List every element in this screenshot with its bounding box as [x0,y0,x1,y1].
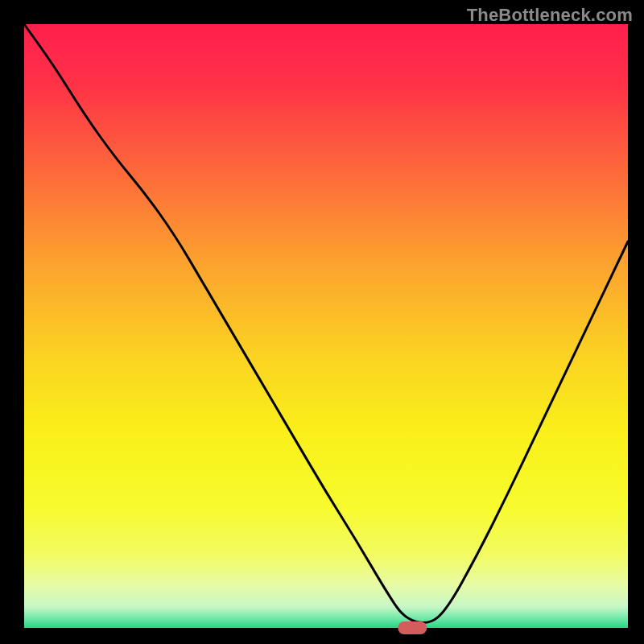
chart-frame: { "watermark": "TheBottleneck.com", "plo… [0,0,644,644]
optimum-marker [398,621,427,634]
plot-background [24,24,628,628]
watermark-label: TheBottleneck.com [467,5,633,26]
bottleneck-chart [0,0,644,644]
